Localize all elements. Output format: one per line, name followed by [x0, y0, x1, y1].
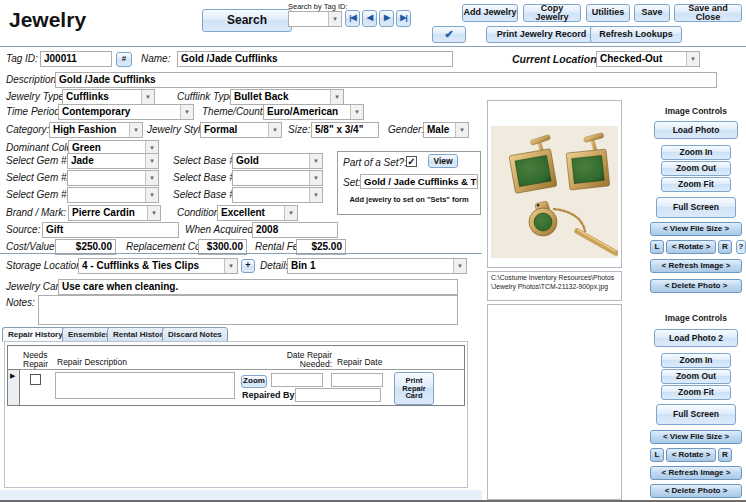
storage-location-dropdown[interactable]: 4 - Cufflinks & Ties Clips ▾ [78, 258, 238, 274]
select-gem-3-dropdown[interactable]: ▾ [67, 187, 159, 203]
select-gem-2-dropdown[interactable]: ▾ [67, 170, 159, 186]
chevron-down-icon[interactable]: ▾ [686, 52, 699, 66]
chevron-down-icon[interactable]: ▾ [309, 188, 322, 202]
print-repair-card-button[interactable]: Print Repair Card [394, 372, 434, 405]
print-jewelry-record-button[interactable]: Print Jewelry Record [486, 26, 597, 43]
add-storage-location-button[interactable]: + [241, 259, 255, 273]
source-field[interactable]: Gift [42, 222, 179, 238]
zoom-in-button-2[interactable]: Zoom In [661, 353, 731, 368]
chevron-down-icon[interactable]: ▾ [141, 90, 154, 104]
save-button[interactable]: Save [634, 4, 670, 22]
jewelry-type-dropdown[interactable]: Cufflinks ▾ [62, 89, 155, 105]
photo-path-field[interactable]: C:\Costume Inventory Resources\Photos\Je… [487, 271, 622, 301]
brand-mark-dropdown[interactable]: Pierre Cardin ▾ [68, 205, 161, 221]
chevron-down-icon[interactable]: ▾ [350, 105, 363, 119]
repair-description-field[interactable] [55, 372, 235, 399]
chevron-down-icon[interactable]: ▾ [129, 123, 142, 137]
theme-country-dropdown[interactable]: Euro/American ▾ [263, 104, 364, 120]
view-set-button[interactable]: View [428, 154, 458, 168]
rotate-left-button-2[interactable]: L [650, 448, 664, 462]
size-field[interactable]: 5/8" x 3/4" [311, 122, 379, 138]
chevron-down-icon[interactable]: ▾ [180, 105, 193, 119]
spell-check-button[interactable]: ✔ [432, 26, 466, 43]
load-photo-button[interactable]: Load Photo [654, 121, 738, 139]
nav-first-button[interactable]: |◀ [345, 10, 360, 27]
chevron-down-icon[interactable]: ▾ [145, 154, 158, 168]
photo-frame-1[interactable] [487, 100, 622, 268]
refresh-image-button-2[interactable]: < Refresh Image > [650, 466, 742, 480]
rotate-right-button-1[interactable]: R [718, 240, 732, 254]
refresh-lookups-button[interactable]: Refresh Lookups [590, 26, 682, 43]
time-period-dropdown[interactable]: Contemporary ▾ [58, 104, 194, 120]
name-field[interactable]: Gold /Jade Cufflinks [177, 51, 453, 67]
cufflink-type-dropdown[interactable]: Bullet Back ▾ [230, 89, 344, 105]
rotate-button-1[interactable]: < Rotate > [666, 240, 716, 254]
tag-number-button[interactable]: # [116, 52, 132, 67]
chevron-down-icon[interactable]: ▾ [268, 123, 281, 137]
tab-discard-notes[interactable]: Discard Notes [162, 327, 228, 342]
chevron-down-icon[interactable]: ▾ [284, 206, 297, 220]
set-name-field[interactable]: Gold / Jade Cufflinks & Tie Pin [360, 174, 478, 189]
chevron-down-icon[interactable]: ▾ [309, 154, 322, 168]
help-button[interactable]: ? [736, 240, 746, 254]
description-field[interactable]: Gold /Jade Cufflinks [55, 72, 717, 88]
chevron-down-icon[interactable]: ▾ [147, 206, 160, 220]
zoom-out-button-1[interactable]: Zoom Out [661, 161, 731, 176]
search-by-tag-dropdown[interactable]: ▾ [288, 11, 342, 27]
utilities-button[interactable]: Utilities [586, 4, 630, 22]
select-base-1-dropdown[interactable]: Gold ▾ [232, 153, 323, 169]
rotate-button-2[interactable]: < Rotate > [666, 448, 716, 462]
rotate-left-button-1[interactable]: L [650, 240, 664, 254]
chevron-down-icon[interactable]: ▾ [309, 171, 322, 185]
gender-dropdown[interactable]: Male ▾ [423, 122, 469, 138]
chevron-down-icon[interactable]: ▾ [453, 259, 466, 273]
select-base-3-dropdown[interactable]: ▾ [232, 187, 323, 203]
chevron-down-icon[interactable]: ▾ [145, 171, 158, 185]
chevron-down-icon[interactable]: ▾ [330, 90, 343, 104]
tag-id-field[interactable]: J00011 [40, 51, 112, 67]
full-screen-button-1[interactable]: Full Screen [656, 197, 736, 218]
view-file-size-button-2[interactable]: < View File Size > [650, 430, 742, 444]
select-base-2-dropdown[interactable]: ▾ [232, 170, 323, 186]
save-and-close-button[interactable]: Save and Close [674, 4, 742, 22]
repair-date-field[interactable] [331, 373, 383, 387]
jewelry-style-dropdown[interactable]: Formal ▾ [200, 122, 282, 138]
chevron-down-icon[interactable]: ▾ [224, 259, 237, 273]
add-jewelry-button[interactable]: Add Jewelry [462, 4, 518, 22]
full-screen-button-2[interactable]: Full Screen [656, 404, 736, 425]
photo-frame-2[interactable] [487, 304, 622, 500]
nav-last-button[interactable]: ▶| [396, 10, 411, 27]
needs-repair-checkbox[interactable] [30, 374, 41, 385]
date-repair-needed-field[interactable] [271, 373, 323, 387]
delete-photo-button-2[interactable]: < Delete Photo > [650, 484, 742, 498]
rotate-right-button-2[interactable]: R [718, 448, 732, 462]
nav-previous-button[interactable]: ◀ [362, 10, 377, 27]
tab-repair-history[interactable]: Repair History [2, 327, 69, 342]
refresh-image-button-1[interactable]: < Refresh Image > [650, 259, 742, 273]
zoom-out-button-2[interactable]: Zoom Out [661, 369, 731, 384]
category-dropdown[interactable]: High Fashion ▾ [49, 122, 143, 138]
chevron-down-icon[interactable]: ▾ [328, 12, 341, 26]
record-selector[interactable]: ▶ [8, 369, 20, 405]
zoom-fit-button-1[interactable]: Zoom Fit [661, 177, 731, 192]
search-button[interactable]: Search [202, 9, 292, 32]
zoom-in-button-1[interactable]: Zoom In [661, 145, 731, 160]
copy-jewelry-button[interactable]: Copy Jewelry [523, 4, 581, 22]
zoom-repair-description-button[interactable]: Zoom [241, 375, 267, 388]
details-dropdown[interactable]: Bin 1 ▾ [287, 258, 467, 274]
repaired-by-field[interactable] [295, 388, 381, 402]
chevron-down-icon[interactable]: ▾ [455, 123, 468, 137]
jewelry-care-field[interactable]: Use care when cleaning. [58, 279, 458, 295]
when-acquired-field[interactable]: 2008 [252, 222, 338, 238]
part-of-set-checkbox[interactable]: ✓ [406, 156, 417, 167]
load-photo-2-button[interactable]: Load Photo 2 [654, 329, 738, 347]
select-gem-1-dropdown[interactable]: Jade ▾ [67, 153, 159, 169]
delete-photo-button-1[interactable]: < Delete Photo > [650, 279, 742, 293]
zoom-fit-button-2[interactable]: Zoom Fit [661, 385, 731, 400]
current-location-dropdown[interactable]: Checked-Out ▾ [596, 51, 700, 67]
view-file-size-button-1[interactable]: < View File Size > [650, 222, 742, 236]
nav-next-button[interactable]: ▶ [379, 10, 394, 27]
condition-dropdown[interactable]: Excellent ▾ [217, 205, 298, 221]
notes-field[interactable] [38, 295, 458, 325]
chevron-down-icon[interactable]: ▾ [145, 188, 158, 202]
